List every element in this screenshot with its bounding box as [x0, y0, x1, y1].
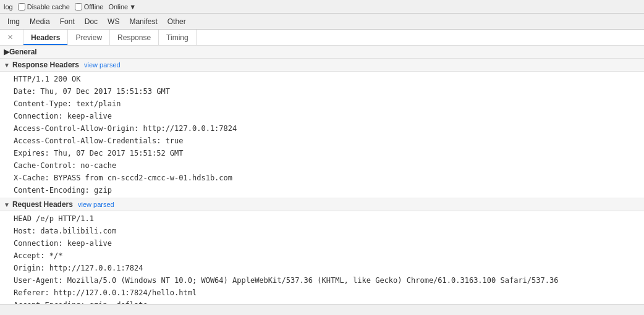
request-header-line-5: User-Agent: Mozilla/5.0 (Windows NT 10.0… — [10, 274, 644, 287]
nav-tab-ws[interactable]: WS — [103, 15, 124, 28]
nav-tab-img[interactable]: Img — [2, 15, 25, 28]
request-headers-view-parsed[interactable]: view parsed — [78, 201, 114, 208]
request-headers-lines: HEAD /e/p HTTP/1.1 Host: data.bilibili.c… — [0, 211, 644, 304]
response-headers-label: Response Headers — [12, 61, 79, 69]
request-headers-label: Request Headers — [12, 200, 73, 209]
nav-tab-font[interactable]: Font — [55, 15, 80, 28]
response-header-line-1: Date: Thu, 07 Dec 2017 15:51:53 GMT — [10, 85, 644, 98]
response-header-line-8: X-Cache: BYPASS from cn-sccd2-cmcc-w-01.… — [10, 172, 644, 184]
response-headers-section: ▼ Response Headers view parsed HTTP/1.1 … — [0, 59, 644, 198]
general-label: General — [9, 48, 37, 56]
response-headers-lines: HTTP/1.1 200 OK Date: Thu, 07 Dec 2017 1… — [0, 72, 644, 198]
response-header-line-3: Connection: keep-alive — [10, 110, 644, 122]
response-headers-triangle-icon: ▼ — [4, 62, 10, 69]
nav-tabs-bar: Img Media Font Doc WS Manifest Other — [0, 14, 644, 30]
tab-response[interactable]: Response — [110, 30, 159, 45]
response-header-line-7: Cache-Control: no-cache — [10, 159, 644, 172]
content-area: ▶ General ▼ Response Headers view parsed… — [0, 46, 644, 304]
top-bar: log Disable cache Offline Online ▼ — [0, 0, 644, 14]
response-header-line-5: Access-Control-Allow-Credentials: true — [10, 135, 644, 147]
response-header-line-0: HTTP/1.1 200 OK — [10, 73, 644, 85]
request-header-line-2: Connection: keep-alive — [10, 237, 644, 250]
request-header-line-6: Referer: http://127.0.0.1:7824/hello.htm… — [10, 287, 644, 299]
offline-checkbox[interactable]: Offline — [75, 3, 104, 10]
close-tab-button[interactable]: ✕ — [0, 30, 23, 45]
disable-cache-checkbox[interactable]: Disable cache — [18, 3, 70, 10]
response-header-line-2: Content-Type: text/plain — [10, 98, 644, 110]
request-header-line-4: Origin: http://127.0.0.1:7824 — [10, 262, 644, 274]
request-tabs-bar: ✕ Headers Preview Response Timing — [0, 30, 644, 46]
offline-input[interactable] — [75, 3, 82, 10]
dropdown-arrow-icon: ▼ — [129, 3, 136, 10]
request-headers-section: ▼ Request Headers view parsed HEAD /e/p … — [0, 198, 644, 304]
request-header-line-3: Accept: */* — [10, 250, 644, 262]
response-header-line-4: Access-Control-Allow-Origin: http://127.… — [10, 122, 644, 135]
tab-preview[interactable]: Preview — [68, 30, 110, 45]
response-headers-header[interactable]: ▼ Response Headers view parsed — [0, 59, 644, 72]
request-headers-triangle-icon: ▼ — [4, 201, 10, 208]
log-item[interactable]: log — [4, 3, 13, 10]
response-header-line-6: Expires: Thu, 07 Dec 2017 15:51:52 GMT — [10, 147, 644, 159]
general-triangle-icon: ▶ — [4, 48, 9, 56]
disable-cache-input[interactable] — [18, 3, 25, 10]
request-header-line-0: HEAD /e/p HTTP/1.1 — [10, 212, 644, 225]
tab-headers[interactable]: Headers — [23, 30, 68, 45]
nav-tab-manifest[interactable]: Manifest — [124, 15, 162, 28]
disable-cache-label: Disable cache — [27, 3, 70, 10]
request-header-line-7: Accept-Encoding: gzip, deflate — [10, 299, 644, 304]
nav-tab-media[interactable]: Media — [25, 15, 55, 28]
general-header[interactable]: ▶ General — [0, 46, 644, 58]
response-headers-view-parsed[interactable]: view parsed — [84, 61, 121, 69]
online-dropdown[interactable]: Online ▼ — [108, 3, 136, 10]
offline-label: Offline — [84, 3, 104, 10]
nav-tab-doc[interactable]: Doc — [80, 15, 103, 28]
response-header-line-9: Content-Encoding: gzip — [10, 184, 644, 196]
nav-tab-other[interactable]: Other — [163, 15, 191, 28]
online-label: Online — [108, 3, 128, 10]
request-headers-header[interactable]: ▼ Request Headers view parsed — [0, 198, 644, 211]
tab-timing[interactable]: Timing — [159, 30, 197, 45]
request-header-line-1: Host: data.bilibili.com — [10, 225, 644, 237]
general-section: ▶ General — [0, 46, 644, 59]
close-icon: ✕ — [7, 33, 13, 41]
